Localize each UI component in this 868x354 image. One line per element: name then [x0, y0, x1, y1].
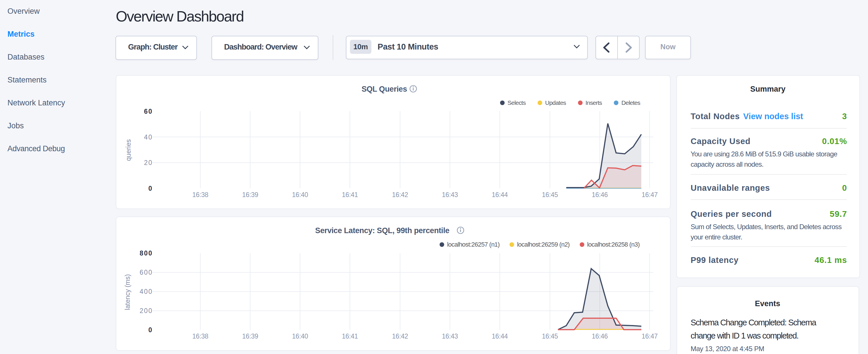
svg-text:16:44: 16:44 — [492, 191, 508, 198]
svg-text:0: 0 — [149, 185, 153, 192]
svg-text:0: 0 — [149, 326, 153, 334]
svg-text:16:46: 16:46 — [592, 332, 608, 340]
svg-text:600: 600 — [140, 269, 153, 276]
svg-text:queries: queries — [125, 139, 132, 161]
svg-text:200: 200 — [140, 307, 153, 315]
svg-text:16:45: 16:45 — [542, 191, 558, 198]
svg-text:400: 400 — [140, 288, 153, 295]
svg-text:16:47: 16:47 — [642, 191, 658, 198]
svg-text:40: 40 — [144, 133, 153, 141]
svg-text:16:39: 16:39 — [242, 332, 258, 340]
svg-text:Service Latency: SQL, 99th per: Service Latency: SQL, 99th percentile — [315, 226, 450, 235]
svg-text:60: 60 — [144, 108, 153, 115]
svg-text:16:38: 16:38 — [192, 332, 208, 340]
svg-text:16:43: 16:43 — [442, 332, 458, 340]
svg-text:16:42: 16:42 — [392, 191, 408, 198]
svg-text:16:43: 16:43 — [442, 191, 458, 198]
svg-text:16:38: 16:38 — [192, 191, 208, 198]
svg-text:800: 800 — [140, 250, 153, 257]
svg-text:16:46: 16:46 — [592, 191, 608, 198]
svg-text:latency (ms): latency (ms) — [124, 274, 131, 310]
svg-text:16:40: 16:40 — [292, 332, 308, 340]
svg-text:20: 20 — [144, 159, 153, 166]
svg-text:16:45: 16:45 — [542, 332, 558, 340]
svg-text:16:41: 16:41 — [342, 332, 358, 340]
svg-text:16:42: 16:42 — [392, 332, 408, 340]
svg-text:16:47: 16:47 — [642, 332, 658, 340]
svg-text:16:41: 16:41 — [342, 191, 358, 198]
svg-text:SQL Queries: SQL Queries — [362, 85, 407, 93]
svg-text:16:39: 16:39 — [242, 191, 258, 198]
svg-text:16:44: 16:44 — [492, 332, 508, 340]
svg-text:16:40: 16:40 — [292, 191, 308, 198]
